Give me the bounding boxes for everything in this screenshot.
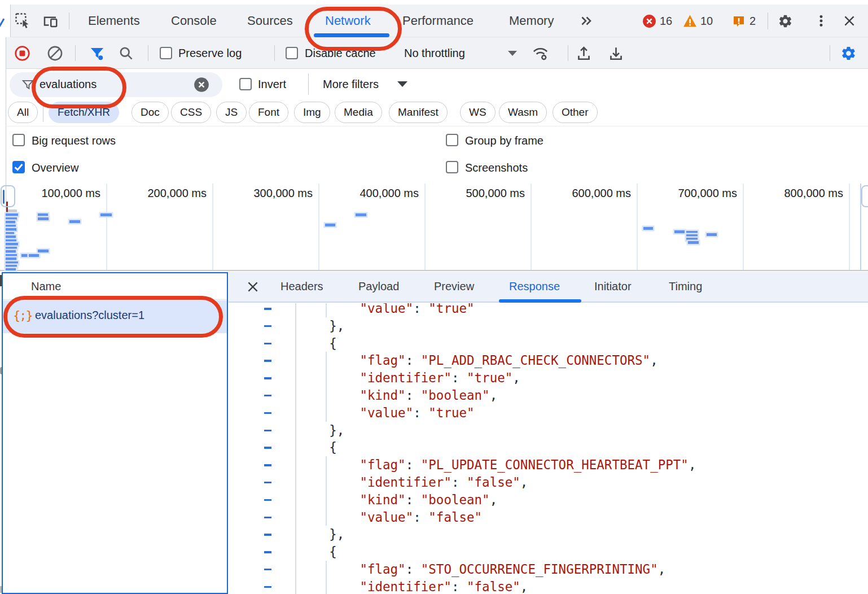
more-filters-button[interactable]: More filters: [323, 78, 379, 91]
warning-badge-icon[interactable]: [683, 14, 697, 28]
chip-js[interactable]: JS: [216, 102, 247, 123]
timeline-bar: [6, 217, 17, 220]
timeline-bar: [643, 227, 653, 230]
screenshots-checkbox[interactable]: [446, 161, 458, 173]
clear-network-log-icon[interactable]: [47, 46, 63, 61]
timeline-bar: [6, 261, 18, 264]
fold-marker-icon[interactable]: [264, 343, 271, 345]
tab-timing[interactable]: Timing: [669, 272, 702, 302]
chip-font[interactable]: Font: [249, 102, 288, 123]
device-toolbar-icon[interactable]: [42, 12, 59, 29]
fold-marker-icon[interactable]: [264, 517, 271, 519]
fold-marker-icon[interactable]: [264, 360, 271, 362]
fold-marker-icon[interactable]: [264, 534, 271, 536]
chip-doc[interactable]: Doc: [131, 102, 169, 123]
tab-console[interactable]: Console: [171, 5, 217, 37]
timeline-bar: [21, 254, 28, 257]
timeline-bar: [6, 232, 14, 235]
issues-badge-icon[interactable]: [732, 15, 746, 28]
network-settings-gear-icon[interactable]: [840, 45, 857, 62]
timeline-bar: [686, 234, 698, 237]
fold-marker-icon[interactable]: [264, 569, 271, 571]
fold-marker-icon[interactable]: [264, 586, 271, 588]
timeline-bar: [707, 233, 717, 236]
network-overview-timeline[interactable]: 100,000 ms200,000 ms300,000 ms400,000 ms…: [0, 184, 868, 271]
timeline-label: 600,000 ms: [535, 187, 631, 200]
chip-img[interactable]: Img: [294, 102, 330, 123]
settings-gear-icon[interactable]: [778, 14, 793, 29]
fold-marker-icon[interactable]: [264, 499, 271, 501]
search-icon[interactable]: [119, 46, 134, 61]
throttling-select[interactable]: No throttling: [404, 47, 465, 60]
tab-performance[interactable]: Performance: [402, 5, 474, 37]
chip-wasm[interactable]: Wasm: [499, 102, 547, 123]
filter-icon[interactable]: [89, 46, 105, 62]
chip-other[interactable]: Other: [553, 102, 598, 123]
chip-css[interactable]: CSS: [171, 102, 211, 123]
clear-filter-icon[interactable]: [194, 77, 209, 93]
tab-memory[interactable]: Memory: [509, 5, 554, 37]
fold-marker-icon[interactable]: [264, 464, 271, 466]
fold-marker-icon[interactable]: [264, 551, 271, 553]
fold-marker-icon[interactable]: [264, 430, 271, 432]
chip-all[interactable]: All: [8, 102, 38, 123]
chip-manifest[interactable]: Manifest: [389, 102, 448, 123]
timeline-bar: [100, 213, 112, 216]
export-har-icon[interactable]: [608, 45, 624, 62]
error-badge-icon[interactable]: [642, 14, 656, 28]
record-network-log-icon[interactable]: [15, 46, 30, 61]
timeline-label: 700,000 ms: [641, 187, 737, 200]
network-conditions-icon[interactable]: [532, 45, 549, 62]
fold-marker-icon[interactable]: [264, 482, 271, 484]
tab-payload[interactable]: Payload: [358, 272, 399, 302]
disable-cache-checkbox[interactable]: [286, 47, 298, 59]
more-tabs-icon[interactable]: [579, 14, 594, 28]
group-by-frame-checkbox[interactable]: [446, 134, 458, 146]
timeline-label: 200,000 ms: [111, 187, 207, 200]
fold-marker-icon[interactable]: [264, 395, 271, 397]
timeline-bar: [6, 213, 18, 216]
timeline-bar: [6, 268, 16, 270]
inspect-element-icon[interactable]: [15, 12, 32, 29]
throttling-dropdown-arrow-icon[interactable]: [508, 51, 517, 56]
timeline-bar: [6, 265, 17, 268]
overview-checkbox[interactable]: [12, 161, 25, 173]
timeline-bar: [6, 225, 16, 228]
import-har-icon[interactable]: [576, 45, 592, 62]
timeline-bar: [6, 239, 16, 242]
tab-initiator[interactable]: Initiator: [594, 272, 632, 302]
kebab-menu-icon[interactable]: [814, 14, 828, 28]
fold-marker-icon[interactable]: [264, 412, 271, 414]
overview-right-handle[interactable]: [861, 185, 868, 207]
invert-checkbox[interactable]: [239, 78, 252, 90]
close-devtools-icon[interactable]: [842, 14, 857, 28]
response-body[interactable]: "value": "true" }, { "flag": "PL_ADD_RBA…: [229, 303, 868, 594]
timeline-bar: [6, 221, 15, 224]
timeline-bar: [686, 238, 698, 241]
chip-media[interactable]: Media: [335, 102, 382, 123]
tab-preview[interactable]: Preview: [434, 272, 474, 302]
timeline-bar: [686, 231, 698, 234]
section-divider: [6, 126, 868, 126]
big-request-rows-checkbox[interactable]: [12, 134, 25, 146]
tab-elements[interactable]: Elements: [88, 5, 140, 37]
timeline-bar: [6, 228, 16, 231]
timeline-bar: [69, 220, 80, 223]
fold-marker-icon[interactable]: [264, 377, 271, 379]
preserve-log-checkbox[interactable]: [160, 47, 172, 59]
timeline-bar: [38, 217, 49, 220]
tab-response[interactable]: Response: [509, 272, 560, 302]
tab-sources[interactable]: Sources: [247, 5, 293, 37]
chip-ws[interactable]: WS: [460, 102, 496, 123]
close-detail-icon[interactable]: [246, 279, 260, 294]
fold-marker-icon[interactable]: [264, 447, 271, 449]
fold-marker-icon[interactable]: [264, 325, 271, 327]
fold-marker-icon[interactable]: [264, 308, 271, 310]
error-count: 16: [660, 5, 672, 37]
annotation-oval-network-tab: [305, 7, 402, 51]
timeline-bar: [688, 241, 699, 244]
timeline-bar: [6, 257, 16, 260]
overview-label: Overview: [32, 161, 78, 174]
tab-headers[interactable]: Headers: [280, 272, 323, 302]
invert-label: Invert: [258, 78, 286, 91]
